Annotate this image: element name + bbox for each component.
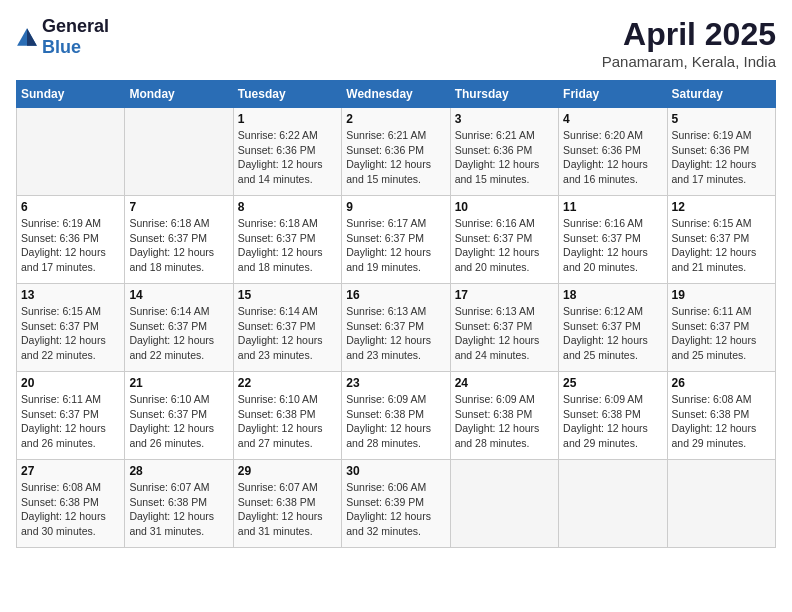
day-info: Sunrise: 6:21 AM Sunset: 6:36 PM Dayligh… xyxy=(455,128,554,187)
day-number: 11 xyxy=(563,200,662,214)
table-row: 12Sunrise: 6:15 AM Sunset: 6:37 PM Dayli… xyxy=(667,196,775,284)
table-row: 27Sunrise: 6:08 AM Sunset: 6:38 PM Dayli… xyxy=(17,460,125,548)
logo-wordmark: General Blue xyxy=(42,16,109,58)
table-row: 1Sunrise: 6:22 AM Sunset: 6:36 PM Daylig… xyxy=(233,108,341,196)
day-number: 25 xyxy=(563,376,662,390)
day-number: 1 xyxy=(238,112,337,126)
table-row: 7Sunrise: 6:18 AM Sunset: 6:37 PM Daylig… xyxy=(125,196,233,284)
day-info: Sunrise: 6:14 AM Sunset: 6:37 PM Dayligh… xyxy=(238,304,337,363)
day-info: Sunrise: 6:19 AM Sunset: 6:36 PM Dayligh… xyxy=(21,216,120,275)
logo-general-text: General xyxy=(42,16,109,36)
day-number: 23 xyxy=(346,376,445,390)
day-number: 9 xyxy=(346,200,445,214)
table-row: 24Sunrise: 6:09 AM Sunset: 6:38 PM Dayli… xyxy=(450,372,558,460)
table-row xyxy=(17,108,125,196)
header-friday: Friday xyxy=(559,81,667,108)
day-info: Sunrise: 6:07 AM Sunset: 6:38 PM Dayligh… xyxy=(129,480,228,539)
day-number: 27 xyxy=(21,464,120,478)
day-number: 5 xyxy=(672,112,771,126)
table-row: 9Sunrise: 6:17 AM Sunset: 6:37 PM Daylig… xyxy=(342,196,450,284)
table-row: 16Sunrise: 6:13 AM Sunset: 6:37 PM Dayli… xyxy=(342,284,450,372)
table-row: 6Sunrise: 6:19 AM Sunset: 6:36 PM Daylig… xyxy=(17,196,125,284)
table-row xyxy=(125,108,233,196)
day-info: Sunrise: 6:08 AM Sunset: 6:38 PM Dayligh… xyxy=(21,480,120,539)
table-row: 11Sunrise: 6:16 AM Sunset: 6:37 PM Dayli… xyxy=(559,196,667,284)
calendar-week-row: 6Sunrise: 6:19 AM Sunset: 6:36 PM Daylig… xyxy=(17,196,776,284)
table-row: 20Sunrise: 6:11 AM Sunset: 6:37 PM Dayli… xyxy=(17,372,125,460)
table-row: 21Sunrise: 6:10 AM Sunset: 6:37 PM Dayli… xyxy=(125,372,233,460)
day-number: 14 xyxy=(129,288,228,302)
day-number: 30 xyxy=(346,464,445,478)
table-row: 10Sunrise: 6:16 AM Sunset: 6:37 PM Dayli… xyxy=(450,196,558,284)
day-number: 10 xyxy=(455,200,554,214)
table-row: 13Sunrise: 6:15 AM Sunset: 6:37 PM Dayli… xyxy=(17,284,125,372)
day-info: Sunrise: 6:15 AM Sunset: 6:37 PM Dayligh… xyxy=(21,304,120,363)
header-tuesday: Tuesday xyxy=(233,81,341,108)
logo: General Blue xyxy=(16,16,109,58)
table-row xyxy=(450,460,558,548)
table-row: 28Sunrise: 6:07 AM Sunset: 6:38 PM Dayli… xyxy=(125,460,233,548)
table-row xyxy=(667,460,775,548)
table-row: 4Sunrise: 6:20 AM Sunset: 6:36 PM Daylig… xyxy=(559,108,667,196)
header-saturday: Saturday xyxy=(667,81,775,108)
calendar-table: Sunday Monday Tuesday Wednesday Thursday… xyxy=(16,80,776,548)
day-info: Sunrise: 6:21 AM Sunset: 6:36 PM Dayligh… xyxy=(346,128,445,187)
day-number: 24 xyxy=(455,376,554,390)
day-info: Sunrise: 6:17 AM Sunset: 6:37 PM Dayligh… xyxy=(346,216,445,275)
generalblue-icon xyxy=(16,26,38,48)
day-number: 26 xyxy=(672,376,771,390)
day-number: 13 xyxy=(21,288,120,302)
day-number: 6 xyxy=(21,200,120,214)
calendar-week-row: 1Sunrise: 6:22 AM Sunset: 6:36 PM Daylig… xyxy=(17,108,776,196)
day-number: 28 xyxy=(129,464,228,478)
day-number: 8 xyxy=(238,200,337,214)
day-number: 4 xyxy=(563,112,662,126)
day-info: Sunrise: 6:07 AM Sunset: 6:38 PM Dayligh… xyxy=(238,480,337,539)
table-row: 19Sunrise: 6:11 AM Sunset: 6:37 PM Dayli… xyxy=(667,284,775,372)
header-sunday: Sunday xyxy=(17,81,125,108)
header-wednesday: Wednesday xyxy=(342,81,450,108)
day-number: 22 xyxy=(238,376,337,390)
day-info: Sunrise: 6:13 AM Sunset: 6:37 PM Dayligh… xyxy=(346,304,445,363)
day-number: 2 xyxy=(346,112,445,126)
day-info: Sunrise: 6:18 AM Sunset: 6:37 PM Dayligh… xyxy=(129,216,228,275)
table-row: 29Sunrise: 6:07 AM Sunset: 6:38 PM Dayli… xyxy=(233,460,341,548)
month-title: April 2025 xyxy=(602,16,776,53)
table-row: 14Sunrise: 6:14 AM Sunset: 6:37 PM Dayli… xyxy=(125,284,233,372)
table-row: 8Sunrise: 6:18 AM Sunset: 6:37 PM Daylig… xyxy=(233,196,341,284)
calendar-week-row: 27Sunrise: 6:08 AM Sunset: 6:38 PM Dayli… xyxy=(17,460,776,548)
title-area: April 2025 Panamaram, Kerala, India xyxy=(602,16,776,70)
day-info: Sunrise: 6:16 AM Sunset: 6:37 PM Dayligh… xyxy=(455,216,554,275)
calendar-week-row: 13Sunrise: 6:15 AM Sunset: 6:37 PM Dayli… xyxy=(17,284,776,372)
table-row: 17Sunrise: 6:13 AM Sunset: 6:37 PM Dayli… xyxy=(450,284,558,372)
day-info: Sunrise: 6:13 AM Sunset: 6:37 PM Dayligh… xyxy=(455,304,554,363)
day-number: 3 xyxy=(455,112,554,126)
day-info: Sunrise: 6:11 AM Sunset: 6:37 PM Dayligh… xyxy=(21,392,120,451)
day-info: Sunrise: 6:06 AM Sunset: 6:39 PM Dayligh… xyxy=(346,480,445,539)
day-info: Sunrise: 6:19 AM Sunset: 6:36 PM Dayligh… xyxy=(672,128,771,187)
svg-marker-1 xyxy=(27,28,37,46)
day-info: Sunrise: 6:11 AM Sunset: 6:37 PM Dayligh… xyxy=(672,304,771,363)
day-number: 29 xyxy=(238,464,337,478)
table-row: 3Sunrise: 6:21 AM Sunset: 6:36 PM Daylig… xyxy=(450,108,558,196)
calendar-week-row: 20Sunrise: 6:11 AM Sunset: 6:37 PM Dayli… xyxy=(17,372,776,460)
day-number: 18 xyxy=(563,288,662,302)
day-info: Sunrise: 6:20 AM Sunset: 6:36 PM Dayligh… xyxy=(563,128,662,187)
day-info: Sunrise: 6:18 AM Sunset: 6:37 PM Dayligh… xyxy=(238,216,337,275)
day-number: 7 xyxy=(129,200,228,214)
table-row: 22Sunrise: 6:10 AM Sunset: 6:38 PM Dayli… xyxy=(233,372,341,460)
table-row xyxy=(559,460,667,548)
table-row: 15Sunrise: 6:14 AM Sunset: 6:37 PM Dayli… xyxy=(233,284,341,372)
day-number: 17 xyxy=(455,288,554,302)
day-info: Sunrise: 6:09 AM Sunset: 6:38 PM Dayligh… xyxy=(455,392,554,451)
location-subtitle: Panamaram, Kerala, India xyxy=(602,53,776,70)
page-header: General Blue April 2025 Panamaram, Keral… xyxy=(16,16,776,70)
day-info: Sunrise: 6:09 AM Sunset: 6:38 PM Dayligh… xyxy=(563,392,662,451)
calendar-header-row: Sunday Monday Tuesday Wednesday Thursday… xyxy=(17,81,776,108)
table-row: 18Sunrise: 6:12 AM Sunset: 6:37 PM Dayli… xyxy=(559,284,667,372)
day-number: 15 xyxy=(238,288,337,302)
day-info: Sunrise: 6:09 AM Sunset: 6:38 PM Dayligh… xyxy=(346,392,445,451)
table-row: 23Sunrise: 6:09 AM Sunset: 6:38 PM Dayli… xyxy=(342,372,450,460)
header-monday: Monday xyxy=(125,81,233,108)
table-row: 26Sunrise: 6:08 AM Sunset: 6:38 PM Dayli… xyxy=(667,372,775,460)
